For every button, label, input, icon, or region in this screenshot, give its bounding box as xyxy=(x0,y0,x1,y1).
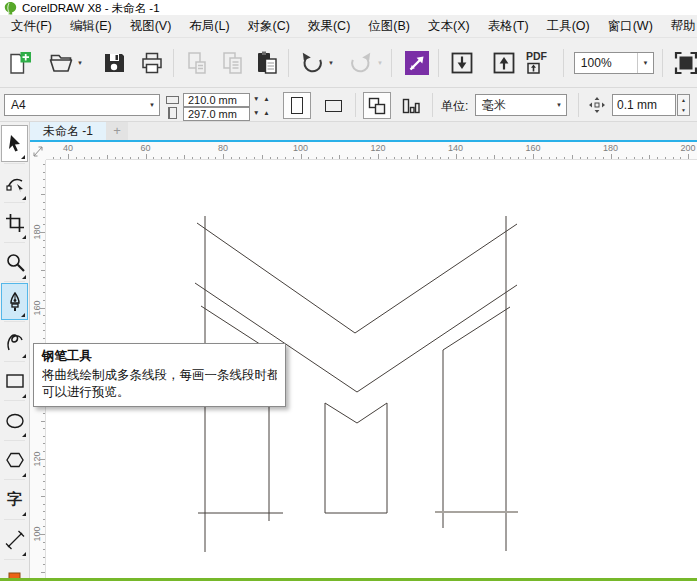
landscape-button[interactable] xyxy=(319,92,347,119)
zoom-level-combo[interactable]: 100%▼ xyxy=(574,52,654,74)
toolbox-ellipse-tool[interactable] xyxy=(1,402,28,439)
chevron-down-icon[interactable]: ▼ xyxy=(328,60,334,66)
full-screen-preview-button[interactable] xyxy=(673,49,697,77)
ruler-tick xyxy=(84,157,85,159)
menu-item-3[interactable]: 布局(L) xyxy=(180,15,238,37)
new-document-button[interactable] xyxy=(6,49,32,77)
menu-item-11[interactable]: 帮助 xyxy=(662,15,697,37)
ruler-tick xyxy=(43,338,45,339)
ruler-tick xyxy=(43,557,45,558)
page-width-value: 210.0 mm xyxy=(188,94,237,106)
portrait-button[interactable] xyxy=(283,92,311,119)
open-button[interactable] xyxy=(48,49,74,77)
ruler-tick xyxy=(53,157,54,159)
ruler-tick xyxy=(339,155,340,159)
toolbox-pick-tool[interactable] xyxy=(1,125,28,162)
toolbox-rectangle-tool[interactable] xyxy=(1,363,28,400)
ruler-tick xyxy=(525,157,526,159)
current-page-button[interactable] xyxy=(397,92,425,119)
menu-item-10[interactable]: 窗口(W) xyxy=(599,15,662,37)
new-page-tab-button[interactable]: + xyxy=(106,122,128,140)
page-size-select[interactable]: A4 ▼ xyxy=(4,94,160,116)
ruler-tick xyxy=(43,519,45,520)
center-column[interactable] xyxy=(325,403,387,513)
import-button[interactable] xyxy=(449,49,475,77)
document-tab[interactable]: 未命名 -1 xyxy=(30,122,106,140)
ruler-tick xyxy=(277,157,278,159)
menu-item-9[interactable]: 工具(O) xyxy=(538,15,599,37)
save-button[interactable] xyxy=(101,49,127,77)
ruler-tick xyxy=(43,292,45,293)
toolbox-zoom-tool[interactable] xyxy=(1,244,28,281)
copy-button[interactable] xyxy=(220,49,246,77)
ruler-tick xyxy=(43,255,45,256)
application-launcher-button[interactable] xyxy=(404,49,430,77)
toolbox-curve-tool[interactable] xyxy=(1,323,28,360)
menu-item-8[interactable]: 表格(T) xyxy=(479,15,538,37)
toolbox-dimension-tool[interactable] xyxy=(1,521,28,558)
menu-item-4[interactable]: 对象(C) xyxy=(239,15,299,37)
hruler-label: 140 xyxy=(448,143,463,153)
ruler-tick xyxy=(355,157,356,159)
ruler-origin[interactable] xyxy=(30,142,46,160)
paste-button[interactable] xyxy=(254,49,280,77)
title-bar[interactable]: CorelDRAW X8 - 未命名 -1 xyxy=(0,0,697,15)
chevron-down-icon[interactable]: ▼ xyxy=(377,60,383,66)
menu-item-1[interactable]: 编辑(E) xyxy=(61,15,121,37)
ruler-tick xyxy=(254,157,255,159)
ruler-tick xyxy=(43,202,45,203)
ruler-tick xyxy=(41,496,45,497)
toolbox-crop-tool[interactable] xyxy=(1,204,28,241)
page-width-spinner[interactable]: ▼ ▲ xyxy=(253,95,271,102)
all-pages-button[interactable] xyxy=(363,92,391,119)
ruler-tick xyxy=(40,459,45,460)
chevron-down-icon[interactable]: ▼ xyxy=(77,60,83,66)
export-button[interactable] xyxy=(491,49,517,77)
ruler-tick xyxy=(680,157,681,159)
horizontal-ruler[interactable]: 406080100120140160180200 xyxy=(46,142,697,160)
undo-button[interactable] xyxy=(299,49,325,77)
svg-text:PDF: PDF xyxy=(526,50,548,62)
menu-item-7[interactable]: 文本(X) xyxy=(419,15,479,37)
hruler-label: 80 xyxy=(218,143,228,153)
toolbox-separator xyxy=(4,321,25,322)
flyout-indicator-icon xyxy=(21,155,25,159)
toolbar-separator xyxy=(662,49,663,77)
cut-button[interactable] xyxy=(184,49,210,77)
toolbox-text-tool[interactable]: 字 xyxy=(1,481,28,518)
menu-item-5[interactable]: 效果(C) xyxy=(299,15,359,37)
publish-to-pdf-button[interactable]: PDF xyxy=(525,49,555,77)
toolbox-pen-tool[interactable] xyxy=(1,283,28,320)
page-height-spinner[interactable]: ▼ ▲ xyxy=(253,109,271,116)
menu-item-6[interactable]: 位图(B) xyxy=(359,15,419,37)
ruler-tick xyxy=(401,157,402,159)
units-select[interactable]: 毫米 ▼ xyxy=(475,94,567,116)
page-width-input[interactable]: 210.0 mm xyxy=(183,93,250,107)
ruler-tick xyxy=(471,157,472,159)
ruler-tick xyxy=(43,413,45,414)
page-height-input[interactable]: 297.0 mm xyxy=(183,107,250,121)
toolbox-separator xyxy=(4,479,25,480)
propbar-separator xyxy=(355,93,356,117)
nudge-spinner[interactable]: ▲▼ xyxy=(677,94,690,116)
chevron-down-icon[interactable]: ▼ xyxy=(637,53,653,73)
ruler-tick xyxy=(43,224,45,225)
ruler-tick xyxy=(231,157,232,159)
dimension-icon xyxy=(5,530,25,550)
ruler-tick xyxy=(43,428,45,429)
toolbox-shape-tool[interactable] xyxy=(1,165,28,202)
ruler-tick xyxy=(76,157,77,159)
inner-right-diagonal[interactable] xyxy=(443,307,510,350)
ruler-origin-icon xyxy=(30,142,46,158)
property-bar: A4 ▼ 210.0 mm 297.0 mm ▼ ▲ ▼ ▲ xyxy=(0,88,697,122)
redo-button[interactable] xyxy=(348,49,374,77)
ruler-tick xyxy=(153,157,154,159)
menu-item-0[interactable]: 文件(F) xyxy=(2,15,61,37)
toolbox-polygon-tool[interactable] xyxy=(1,442,28,479)
ruler-tick xyxy=(43,247,45,248)
nudge-offset-input[interactable]: 0.1 mm xyxy=(612,94,676,116)
flyout-indicator-icon xyxy=(22,275,26,279)
menu-item-2[interactable]: 视图(V) xyxy=(121,15,181,37)
ruler-tick xyxy=(262,155,263,159)
print-button[interactable] xyxy=(139,49,165,77)
